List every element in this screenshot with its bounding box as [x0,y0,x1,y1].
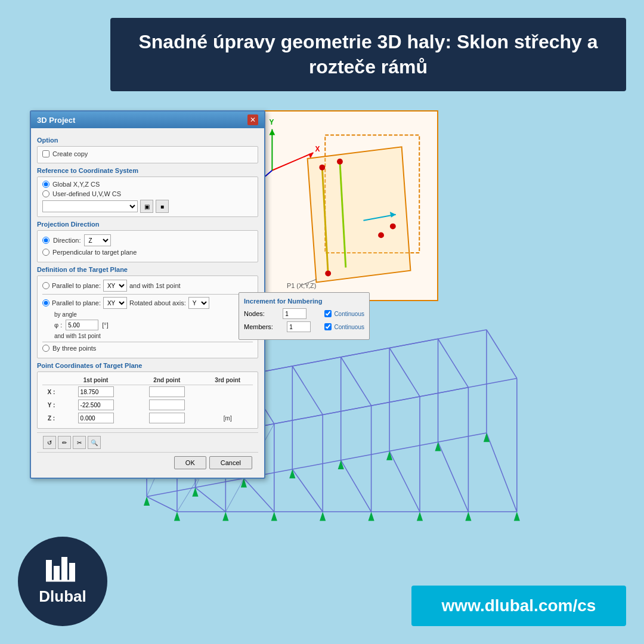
global-cs-label: Global X,Y,Z CS [52,181,100,188]
svg-line-46 [341,357,371,405]
rotated-about-label: Rotated about axis: [129,299,186,306]
z-label: Z : [42,411,60,425]
svg-point-16 [378,232,384,238]
svg-line-48 [438,339,469,387]
dialog-close-button[interactable]: ✕ [247,114,258,125]
svg-rect-80 [46,560,52,581]
svg-marker-73 [222,512,228,521]
direction-select[interactable]: Z X Y [84,234,111,246]
svg-marker-4 [269,129,275,135]
definition-section-label: Definition of the Target Plane [37,266,258,273]
svg-point-15 [390,224,396,230]
cs-dropdown-row: ▣ ■ [42,200,253,213]
svg-marker-75 [320,512,326,521]
col-1st-header: 1st point [60,376,131,385]
svg-text:X: X [315,145,320,153]
toolbar-btn4[interactable]: 🔍 [88,436,101,449]
and-with-1st2-label: and with 1st point [54,333,253,339]
toolbar-btn1[interactable]: ↺ [43,436,56,449]
svg-rect-81 [54,566,60,581]
cs-icon-btn1[interactable]: ▣ [140,200,153,213]
coords-table: 1st point 2nd point 3rd point X : 18.750… [42,376,253,425]
angle-row: φ : 5.00 [°] [54,320,253,330]
dialog-title: 3D Project [37,116,75,125]
svg-rect-82 [61,557,67,581]
z1-input[interactable]: 0.000 [78,413,114,423]
svg-rect-83 [69,563,75,581]
members-continuous-checkbox[interactable] [324,323,332,330]
direction-row: Direction: Z X Y [42,234,253,246]
dialog-body: Option Create copy Reference to Coordina… [31,128,264,478]
three-points-label: By three points [52,345,96,352]
members-row: Members: 1 Continuous [244,321,364,332]
toolbar-btn3[interactable]: ✂ [73,436,86,449]
y2-input[interactable] [149,400,185,410]
global-cs-radio[interactable] [42,181,49,188]
svg-marker-78 [465,512,471,521]
nodes-continuous-checkbox[interactable] [324,310,332,317]
nodes-row: Nodes: 1 Continuous [244,308,364,319]
coords-group: 1st point 2nd point 3rd point X : 18.750… [37,371,258,429]
svg-line-54 [341,460,371,512]
projection-group: Direction: Z X Y Perpendicular to target… [37,230,258,262]
bottom-toolbar: ↺ ✏ ✂ 🔍 [37,432,258,452]
svg-point-14 [337,159,343,165]
parallel2-radio[interactable] [42,299,49,306]
parallel1-select[interactable]: XYXZYZ [103,280,127,292]
members-continuous-label: Continuous [334,324,364,330]
create-copy-checkbox[interactable] [42,150,49,157]
and-with-1st-label: and with 1st point [129,282,181,289]
axis-select[interactable]: YXZ [188,297,209,309]
cancel-button[interactable]: Cancel [209,456,252,469]
z-row: Z : 0.000 [m] [42,411,253,425]
svg-marker-79 [514,512,520,521]
user-defined-radio[interactable] [42,190,49,197]
svg-marker-77 [417,512,423,521]
direction-radio[interactable] [42,237,49,244]
website-url: www.dlubal.com/cs [442,596,596,615]
option-section-label: Option [37,137,258,144]
dlubal-logo: Dlubal [18,537,107,626]
svg-line-50 [147,497,177,512]
parallel2-select[interactable]: XYXZYZ [103,297,127,309]
col-2nd-header: 2nd point [131,376,202,385]
phi-input[interactable]: 5.00 [66,320,98,330]
parallel1-radio[interactable] [42,282,49,289]
nodes-input[interactable]: 1 [283,308,306,319]
perpendicular-radio[interactable] [42,249,49,256]
cs-icon-btn2[interactable]: ■ [156,200,169,213]
svg-point-13 [319,165,325,171]
cad-viewport: X Y Z P1 (X,Y,Z) [236,110,438,301]
perpendicular-row: Perpendicular to target plane [42,249,253,256]
svg-marker-74 [271,512,277,521]
svg-line-51 [195,488,225,512]
website-banner[interactable]: www.dlubal.com/cs [411,586,626,626]
svg-line-57 [487,433,517,512]
option-group: Create copy [37,146,258,163]
x1-input[interactable]: 18.750 [78,386,114,397]
dialog-buttons: OK Cancel [37,452,258,473]
y1-input[interactable]: -22.500 [78,400,114,410]
x2-input[interactable] [149,386,185,397]
z2-input[interactable] [149,413,185,423]
increment-panel: Increment for Numbering Nodes: 1 Continu… [239,292,370,340]
phi-label: φ : [54,321,62,329]
svg-marker-76 [369,512,374,521]
toolbar-btn2[interactable]: ✏ [58,436,71,449]
x-row: X : 18.750 [42,385,253,399]
parallel2-row: Parallel to plane: XYXZYZ Rotated about … [42,297,253,309]
three-points-radio[interactable] [42,345,49,352]
logo-text: Dlubal [39,587,86,606]
parallel1-label: Parallel to plane: [52,282,101,289]
phi-unit: [°] [102,321,109,329]
increment-title: Increment for Numbering [244,298,364,305]
svg-line-56 [438,442,469,512]
cs-dropdown[interactable] [42,200,138,212]
create-copy-row: Create copy [42,150,253,157]
svg-line-52 [244,478,274,512]
svg-text:Y: Y [269,118,274,126]
members-label: Members: [244,323,273,330]
members-input[interactable]: 1 [287,321,311,332]
svg-marker-72 [174,512,180,521]
ok-button[interactable]: OK [174,456,206,469]
